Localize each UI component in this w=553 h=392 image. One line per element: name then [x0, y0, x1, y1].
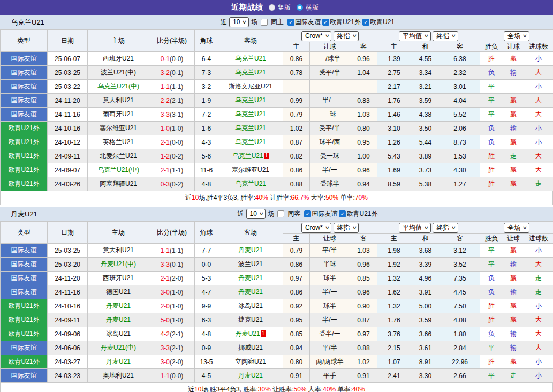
match-score[interactable]: 5-0(1-0) — [149, 313, 195, 327]
radio-vertical-icon[interactable] — [269, 4, 275, 11]
home-team[interactable]: 阿塞拜疆U21 — [88, 177, 149, 191]
away-team[interactable]: 挪威U21 — [218, 341, 283, 355]
away-team[interactable]: 乌克兰U21 — [218, 177, 283, 191]
bookmaker-select[interactable]: Crow*∨ — [301, 223, 331, 233]
away-team[interactable]: 乌克兰U21 — [218, 108, 283, 122]
checked-checkbox[interactable]: ✓ — [287, 19, 294, 26]
home-team[interactable]: 丹麦U21 — [88, 313, 149, 327]
radio-horizontal-label[interactable]: 横版 — [306, 3, 319, 12]
home-team[interactable]: 葡萄牙U21 — [88, 108, 149, 122]
avg-home-odds: 1.07 — [377, 355, 411, 369]
away-team[interactable]: 丹麦U21 — [218, 272, 283, 285]
away-team[interactable]: 塞尔维亚U21 — [218, 163, 283, 177]
match-score[interactable]: 3-3(0-1) — [149, 258, 195, 272]
match-count-select[interactable]: 10∨ — [229, 17, 249, 27]
away-team[interactable]: 斯洛文尼亚U21 — [218, 80, 283, 94]
scope-select[interactable]: 全场∨ — [504, 223, 529, 233]
radio-vertical-label[interactable]: 竖版 — [278, 3, 291, 12]
match-count-value: 10 — [233, 18, 240, 26]
match-score[interactable]: 1-1(1-1) — [149, 244, 195, 258]
checked-checkbox[interactable]: ✓ — [322, 19, 329, 26]
away-team[interactable]: 乌克兰U21 — [218, 52, 283, 66]
away-team[interactable]: 乌克兰U21 — [218, 122, 283, 135]
handicap-home-odds: 0.86 — [283, 52, 310, 66]
match-score[interactable]: 1-2(0-2) — [149, 149, 195, 163]
home-team[interactable]: 波兰U21(中) — [88, 66, 149, 80]
home-team[interactable]: 意大利U21 — [88, 94, 149, 108]
match-score[interactable]: 2-2(2-1) — [149, 94, 195, 108]
home-team[interactable]: 丹麦U21(中) — [88, 258, 149, 272]
home-team[interactable]: 德国U21 — [88, 285, 149, 299]
result-goals: 大 — [524, 313, 553, 327]
match-count-select[interactable]: 10∨ — [246, 209, 266, 219]
home-team[interactable]: 西班牙U21 — [88, 272, 149, 285]
fulltime-score: 2-2 — [161, 97, 170, 104]
match-type-badge: 欧青U21外 — [1, 327, 47, 341]
match-row: 欧青U21外24-09-06冰岛U214-2(2-1)4-8丹麦U2110.85… — [1, 327, 553, 341]
final-odds-select-2[interactable]: 终指∨ — [433, 223, 458, 233]
games-label: 场 — [268, 209, 274, 218]
match-score[interactable]: 0-1(0-0) — [149, 52, 195, 66]
away-team[interactable]: 乌克兰U21 — [218, 66, 283, 80]
scope-select[interactable]: 全场∨ — [504, 31, 529, 41]
home-team[interactable]: 意大利U21 — [88, 244, 149, 258]
home-team[interactable]: 北爱尔兰U21 — [88, 149, 149, 163]
final-odds-select[interactable]: 终指∨ — [334, 31, 359, 41]
team-section: 丹麦U21 近 10∨ 场 同客 ✓国际友谊✓欧青U21外 类型 日期 主场 比… — [0, 207, 553, 392]
home-team[interactable]: 丹麦U21(中) — [88, 341, 149, 355]
match-score[interactable]: 2-1(0-0) — [149, 135, 195, 149]
filter-check-item: ✓欧青U21 — [362, 18, 395, 27]
average-select[interactable]: 平均值∨ — [399, 223, 431, 233]
match-score[interactable]: 1-0(1-0) — [149, 122, 195, 135]
match-score[interactable]: 1-1(1-1) — [149, 80, 195, 94]
away-team[interactable]: 丹麦U21 — [218, 285, 283, 299]
home-team[interactable]: 冰岛U21 — [88, 327, 149, 341]
away-team[interactable]: 波兰U21 — [218, 258, 283, 272]
home-team[interactable]: 乌克兰U21(中) — [88, 80, 149, 94]
checked-checkbox[interactable]: ✓ — [339, 210, 346, 217]
handicap-line: 平手 — [310, 369, 350, 383]
away-team[interactable]: 立陶宛U21 — [218, 355, 283, 369]
match-score[interactable]: 2-0(1-0) — [149, 299, 195, 313]
checked-checkbox[interactable]: ✓ — [304, 210, 311, 217]
final-odds-select-2[interactable]: 终指∨ — [433, 31, 458, 41]
final-odds-select[interactable]: 终指∨ — [334, 223, 359, 233]
away-team[interactable]: 捷克U21 — [218, 313, 283, 327]
match-score[interactable]: 1-1(0-0) — [149, 369, 195, 383]
away-team[interactable]: 丹麦U211 — [218, 327, 283, 341]
bookmaker-select[interactable]: Crow*∨ — [301, 31, 331, 41]
away-team[interactable]: 乌克兰U21 — [218, 135, 283, 149]
match-score[interactable]: 3-0(1-0) — [149, 285, 195, 299]
checked-checkbox[interactable]: ✓ — [362, 19, 369, 26]
home-team[interactable]: 丹麦U21 — [88, 355, 149, 369]
away-team[interactable]: 冰岛U21 — [218, 299, 283, 313]
match-row: 国际友谊24-06-06丹麦U21(中)3-3(2-1)0-9挪威U210.94… — [1, 341, 553, 355]
match-score[interactable]: 2-1(2-0) — [149, 272, 195, 285]
match-score[interactable]: 0-3(0-2) — [149, 177, 195, 191]
handicap-away-odds: 1.03 — [350, 108, 377, 122]
home-team[interactable]: 塞尔维亚U21 — [88, 122, 149, 135]
match-score[interactable]: 2-1(1-1) — [149, 163, 195, 177]
home-team[interactable]: 乌克兰U21(中) — [88, 163, 149, 177]
result-goals: 小 — [524, 52, 553, 66]
away-team[interactable]: 乌克兰U21 — [218, 94, 283, 108]
average-select[interactable]: 平均值∨ — [399, 31, 431, 41]
away-team[interactable]: 乌克兰U211 — [218, 149, 283, 163]
same-venue-checkbox[interactable] — [261, 19, 268, 26]
same-venue-label: 同主 — [271, 18, 284, 27]
away-team[interactable]: 丹麦U21 — [218, 369, 283, 383]
match-score[interactable]: 3-2(0-1) — [149, 66, 195, 80]
match-score[interactable]: 3-0(2-0) — [149, 355, 195, 369]
home-team[interactable]: 西班牙U21 — [88, 52, 149, 66]
match-type-badge: 国际友谊 — [1, 94, 47, 107]
home-team[interactable]: 英格兰U21 — [88, 135, 149, 149]
same-venue-checkbox[interactable] — [277, 210, 284, 217]
radio-horizontal-icon[interactable] — [297, 4, 303, 11]
match-score[interactable]: 4-2(2-1) — [149, 327, 195, 341]
away-team[interactable]: 丹麦U21 — [218, 244, 283, 258]
home-team[interactable]: 丹麦U21 — [88, 299, 149, 313]
match-score[interactable]: 3-3(2-1) — [149, 341, 195, 355]
match-score[interactable]: 3-3(3-1) — [149, 108, 195, 122]
home-team[interactable]: 奥地利U21 — [88, 369, 149, 383]
match-date: 24-09-11 — [48, 313, 88, 327]
